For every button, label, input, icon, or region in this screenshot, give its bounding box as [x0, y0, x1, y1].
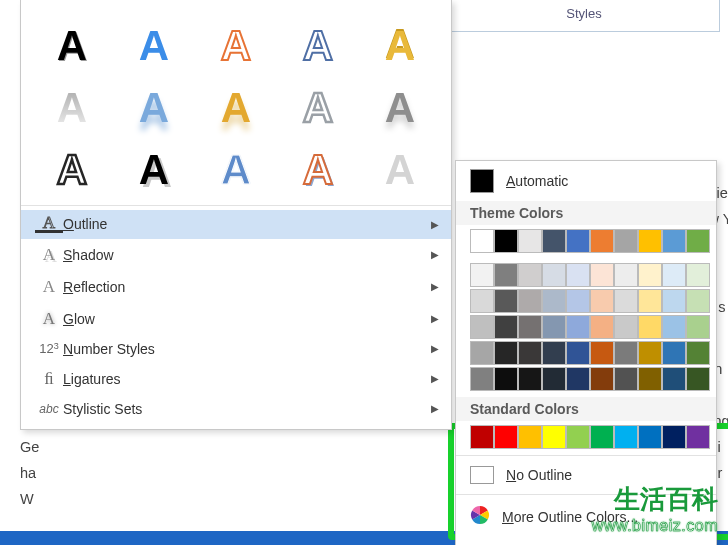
color-swatch[interactable] — [566, 341, 590, 365]
color-swatch[interactable] — [638, 289, 662, 313]
color-swatch[interactable] — [518, 425, 542, 449]
option-outline[interactable]: A Outline ▶ — [21, 210, 451, 239]
text-effect-preset[interactable]: A — [277, 15, 359, 77]
color-swatch[interactable] — [686, 367, 710, 391]
color-swatch[interactable] — [590, 263, 614, 287]
color-swatch[interactable] — [542, 289, 566, 313]
color-swatch[interactable] — [470, 315, 494, 339]
theme-colors-shades — [456, 257, 716, 397]
color-swatch[interactable] — [590, 229, 614, 253]
color-swatch[interactable] — [686, 289, 710, 313]
color-swatch[interactable] — [470, 263, 494, 287]
color-swatch[interactable] — [614, 367, 638, 391]
color-swatch[interactable] — [518, 263, 542, 287]
color-swatch[interactable] — [470, 367, 494, 391]
color-swatch[interactable] — [494, 315, 518, 339]
color-swatch[interactable] — [494, 367, 518, 391]
color-swatch[interactable] — [518, 229, 542, 253]
color-swatch[interactable] — [686, 229, 710, 253]
color-swatch[interactable] — [662, 289, 686, 313]
color-swatch[interactable] — [566, 425, 590, 449]
color-swatch[interactable] — [638, 367, 662, 391]
color-swatch[interactable] — [638, 315, 662, 339]
color-swatch[interactable] — [494, 425, 518, 449]
color-swatch[interactable] — [662, 315, 686, 339]
color-swatch[interactable] — [518, 367, 542, 391]
color-swatch[interactable] — [590, 341, 614, 365]
text-effect-preset[interactable]: A — [195, 139, 277, 201]
option-number-styles[interactable]: 123 Number Styles ▶ — [21, 335, 451, 363]
submenu-arrow-icon: ▶ — [431, 373, 439, 384]
automatic-color-option[interactable]: Automatic — [456, 161, 716, 201]
color-swatch[interactable] — [614, 341, 638, 365]
color-swatch[interactable] — [638, 263, 662, 287]
color-swatch[interactable] — [686, 425, 710, 449]
text-effect-preset[interactable]: A — [113, 139, 195, 201]
color-swatch[interactable] — [614, 263, 638, 287]
color-swatch[interactable] — [494, 289, 518, 313]
color-swatch[interactable] — [590, 425, 614, 449]
color-swatch[interactable] — [686, 263, 710, 287]
color-swatch[interactable] — [566, 289, 590, 313]
color-swatch[interactable] — [470, 341, 494, 365]
number-styles-icon: 123 — [35, 341, 63, 356]
color-swatch[interactable] — [566, 315, 590, 339]
color-swatch[interactable] — [662, 341, 686, 365]
color-swatch[interactable] — [638, 229, 662, 253]
option-ligatures[interactable]: ﬁ Ligatures ▶ — [21, 363, 451, 395]
color-swatch[interactable] — [662, 229, 686, 253]
color-swatch[interactable] — [686, 341, 710, 365]
color-swatch[interactable] — [566, 367, 590, 391]
color-swatch[interactable] — [542, 315, 566, 339]
color-swatch[interactable] — [470, 289, 494, 313]
color-swatch[interactable] — [662, 263, 686, 287]
submenu-arrow-icon: ▶ — [431, 281, 439, 292]
color-swatch[interactable] — [614, 315, 638, 339]
color-swatch[interactable] — [518, 315, 542, 339]
color-swatch[interactable] — [566, 263, 590, 287]
color-swatch[interactable] — [494, 229, 518, 253]
color-swatch[interactable] — [470, 229, 494, 253]
text-effect-preset[interactable]: A — [195, 15, 277, 77]
weight-option[interactable]: Weight ▶ — [456, 536, 716, 545]
color-swatch[interactable] — [614, 229, 638, 253]
color-swatch[interactable] — [590, 315, 614, 339]
text-effect-preset[interactable]: A — [359, 15, 441, 77]
text-effect-preset[interactable]: A — [31, 139, 113, 201]
color-swatch[interactable] — [590, 367, 614, 391]
text-effect-preset[interactable]: A — [113, 15, 195, 77]
text-effect-preset[interactable]: A — [359, 139, 441, 201]
color-swatch[interactable] — [614, 289, 638, 313]
color-swatch[interactable] — [542, 341, 566, 365]
text-effect-preset[interactable]: A — [31, 15, 113, 77]
color-swatch[interactable] — [566, 229, 590, 253]
color-swatch[interactable] — [542, 425, 566, 449]
text-effect-preset[interactable]: A — [277, 77, 359, 139]
color-swatch[interactable] — [518, 289, 542, 313]
color-swatch[interactable] — [614, 425, 638, 449]
text-effect-preset[interactable]: A — [31, 77, 113, 139]
color-swatch[interactable] — [518, 341, 542, 365]
option-glow[interactable]: A Glow ▶ — [21, 303, 451, 335]
color-swatch[interactable] — [470, 425, 494, 449]
option-reflection[interactable]: A Reflection ▶ — [21, 271, 451, 303]
color-swatch[interactable] — [638, 341, 662, 365]
color-swatch[interactable] — [542, 229, 566, 253]
text-effect-preset[interactable]: A — [277, 139, 359, 201]
color-swatch[interactable] — [494, 263, 518, 287]
color-swatch[interactable] — [494, 341, 518, 365]
color-swatch[interactable] — [542, 367, 566, 391]
text-effect-preset[interactable]: A — [359, 77, 441, 139]
color-swatch[interactable] — [590, 289, 614, 313]
text-effect-preset[interactable]: A — [195, 77, 277, 139]
color-swatch[interactable] — [686, 315, 710, 339]
color-swatch[interactable] — [542, 263, 566, 287]
color-swatch[interactable] — [662, 425, 686, 449]
theme-colors-top-row — [456, 225, 716, 257]
option-shadow[interactable]: A Shadow ▶ — [21, 239, 451, 271]
color-swatch[interactable] — [638, 425, 662, 449]
option-label: Stylistic Sets — [63, 401, 142, 417]
option-stylistic-sets[interactable]: abc Stylistic Sets ▶ — [21, 395, 451, 423]
text-effect-preset[interactable]: A — [113, 77, 195, 139]
color-swatch[interactable] — [662, 367, 686, 391]
